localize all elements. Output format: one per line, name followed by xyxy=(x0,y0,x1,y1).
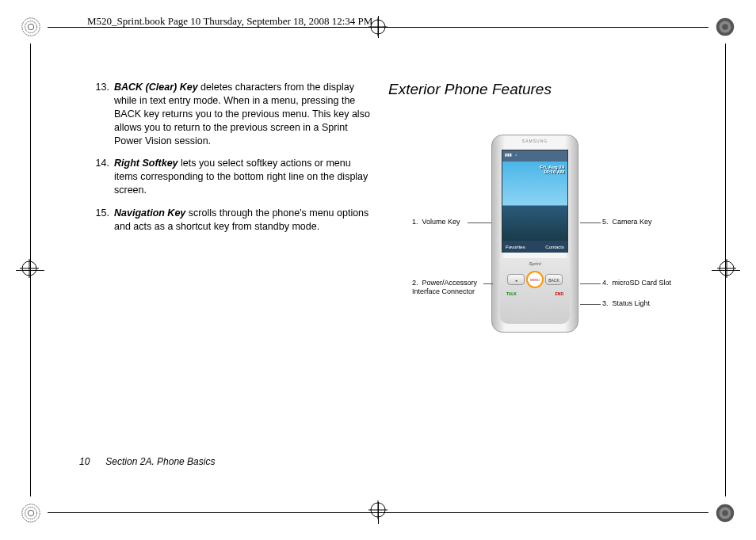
book-header: M520_Sprint.book Page 10 Thursday, Septe… xyxy=(87,15,372,28)
phone-softbar: Favorites Contacts xyxy=(502,241,567,253)
registration-gear-icon xyxy=(20,16,42,38)
leader-line xyxy=(483,283,493,284)
leader-line xyxy=(580,283,601,284)
svg-point-5 xyxy=(722,24,727,29)
phone-brand: SAMSUNG xyxy=(522,139,548,143)
list-number: 14. xyxy=(94,157,114,197)
leader-line xyxy=(580,222,601,223)
left-column: 13. BACK (Clear) Key deletes characters … xyxy=(94,81,371,243)
soft-right-label: Contacts xyxy=(545,245,564,249)
phone-statusbar: ▮▮▮ ♪ xyxy=(502,150,567,162)
list-item: 15. Navigation Key scrolls through the p… xyxy=(94,207,371,234)
leader-line xyxy=(580,304,601,305)
section-title: Exterior Phone Features xyxy=(388,81,552,98)
list-term: Right Softkey xyxy=(114,158,178,169)
list-item: 14. Right Softkey lets you select softke… xyxy=(94,157,371,197)
callout-num: 2. xyxy=(412,279,418,287)
list-number: 13. xyxy=(94,81,114,147)
phone-illustration: SAMSUNG ▮▮▮ ♪ Fri, Aug 24 10:10 AM Favor… xyxy=(491,135,578,333)
page-footer: 10 Section 2A. Phone Basics xyxy=(79,456,215,467)
registration-gear-icon xyxy=(714,16,736,38)
leader-line xyxy=(468,222,491,223)
carrier-logo: Sprint xyxy=(500,261,570,266)
registration-cross-icon xyxy=(368,500,388,523)
list-item: 13. BACK (Clear) Key deletes characters … xyxy=(94,81,371,147)
callout-volume-key: 1. Volume Key xyxy=(412,218,460,226)
callout-num: 3. xyxy=(602,299,609,307)
phone-time: 10:10 AM xyxy=(540,169,564,174)
svg-point-11 xyxy=(722,510,727,515)
talk-key: TALK xyxy=(506,291,517,296)
list-number: 15. xyxy=(94,207,114,234)
callout-num: 1. xyxy=(412,218,418,226)
svg-point-2 xyxy=(28,24,33,29)
callout-num: 5. xyxy=(602,218,609,226)
back-key: ◂ xyxy=(507,274,525,285)
back-key-right: BACK xyxy=(545,274,563,285)
callout-label: Status Light xyxy=(613,299,651,307)
end-key: END xyxy=(555,291,563,296)
callout-power-connector: 2. Power/Accessory Interface Connector xyxy=(412,279,499,296)
callout-label: microSD Card Slot xyxy=(613,279,672,287)
signal-icon: ▮▮▮ xyxy=(505,152,512,160)
callout-status-light: 3. Status Light xyxy=(602,299,650,308)
callout-label: Power/Accessory Interface Connector xyxy=(412,279,477,295)
svg-point-1 xyxy=(25,21,37,33)
svg-point-7 xyxy=(25,508,37,519)
registration-gear-icon xyxy=(714,502,736,524)
phone-keypad-area: Sprint ◂ MENU BACK TALK END xyxy=(500,258,570,324)
callout-camera-key: 5. Camera Key xyxy=(602,218,652,226)
list-body: BACK (Clear) Key deletes characters from… xyxy=(114,81,371,147)
soft-left-label: Favorites xyxy=(506,245,525,249)
callout-label: Camera Key xyxy=(613,218,652,226)
registration-cross-icon xyxy=(717,259,736,281)
callout-microsd-slot: 4. microSD Card Slot xyxy=(602,279,674,287)
svg-point-8 xyxy=(28,510,33,515)
phone-wallpaper: Fri, Aug 24 10:10 AM xyxy=(502,162,567,241)
menu-key: MENU xyxy=(526,271,544,288)
music-icon: ♪ xyxy=(515,152,517,160)
section-label: Section 2A. Phone Basics xyxy=(105,456,215,467)
page-number: 10 xyxy=(79,456,103,467)
callout-num: 4. xyxy=(602,279,609,287)
callout-label: Volume Key xyxy=(422,218,460,226)
phone-screen: ▮▮▮ ♪ Fri, Aug 24 10:10 AM Favorites Con… xyxy=(502,150,568,253)
list-term: Navigation Key xyxy=(114,207,185,219)
registration-gear-icon xyxy=(20,502,42,524)
list-body: Navigation Key scrolls through the phone… xyxy=(114,207,371,234)
list-body: Right Softkey lets you select softkey ac… xyxy=(114,157,371,197)
list-term: BACK (Clear) Key xyxy=(114,82,198,93)
registration-cross-icon xyxy=(20,259,39,281)
